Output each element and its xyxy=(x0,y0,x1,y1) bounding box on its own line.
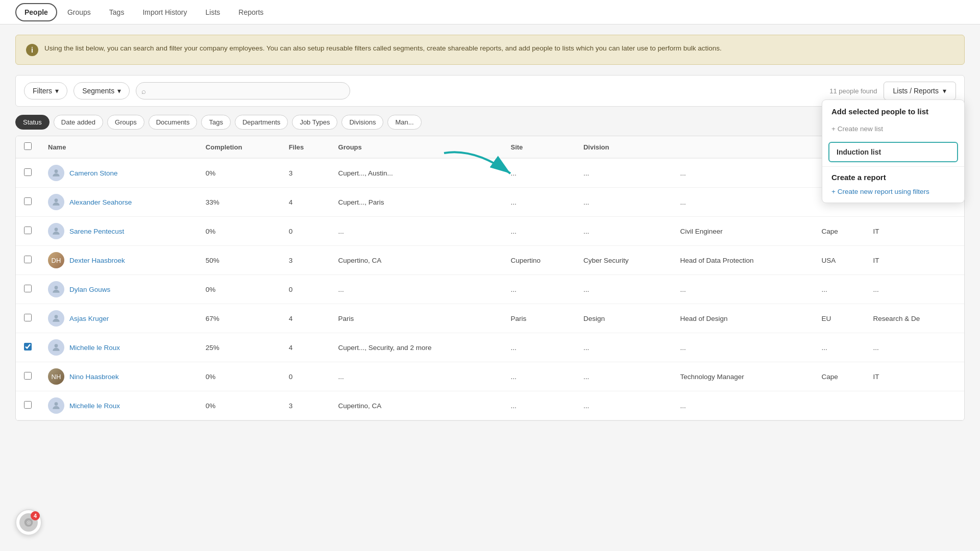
row-files: 3 xyxy=(281,391,330,420)
avatar xyxy=(48,165,64,181)
lists-reports-label: Lists / Reports xyxy=(893,87,939,95)
row-files: 4 xyxy=(281,333,330,362)
row-col7: ... xyxy=(672,391,814,420)
col-checkbox xyxy=(16,136,40,158)
row-checkbox-cell xyxy=(16,275,40,304)
notification-badge[interactable]: ◎ 4 xyxy=(15,509,42,536)
row-checkbox-cell xyxy=(16,391,40,420)
row-completion: 50% xyxy=(198,246,281,275)
row-col7: ... xyxy=(672,275,814,304)
row-groups: Cupert..., Security, and 2 more xyxy=(330,333,503,362)
row-col8: Cape xyxy=(814,362,865,391)
name-cell: Michelle le Roux xyxy=(48,339,189,356)
row-completion: 0% xyxy=(198,275,281,304)
tag-pill-documents[interactable]: Documents xyxy=(149,115,198,130)
row-division: ... xyxy=(575,275,672,304)
tag-pill-divisions[interactable]: Divisions xyxy=(341,115,383,130)
nav-item-lists[interactable]: Lists xyxy=(198,4,229,20)
row-checkbox[interactable] xyxy=(24,256,32,263)
tag-pill-departments[interactable]: Departments xyxy=(235,115,288,130)
row-name-cell: Asjas Kruger xyxy=(40,304,198,333)
nav-item-groups[interactable]: Groups xyxy=(59,4,99,20)
tag-pill-job-types[interactable]: Job Types xyxy=(292,115,337,130)
svg-point-6 xyxy=(55,402,58,406)
person-name[interactable]: Michelle le Roux xyxy=(69,402,120,410)
create-report-title: Create a report xyxy=(822,167,964,185)
row-checkbox-cell xyxy=(16,188,40,217)
row-name-cell: Sarene Pentecust xyxy=(40,217,198,246)
row-col7: Technology Manager xyxy=(672,362,814,391)
row-groups: Cupert..., Austin... xyxy=(330,158,503,188)
table-row: Asjas Kruger67%4ParisParisDesignHead of … xyxy=(16,304,964,333)
row-checkbox[interactable] xyxy=(24,168,32,176)
table-row: NHNino Haasbroek0%0.........Technology M… xyxy=(16,362,964,391)
row-checkbox[interactable] xyxy=(24,197,32,205)
notification-count: 4 xyxy=(31,511,40,520)
select-all-checkbox[interactable] xyxy=(24,142,32,150)
row-col8: ... xyxy=(814,333,865,362)
search-input[interactable] xyxy=(136,82,350,99)
lists-reports-button[interactable]: Lists / Reports ▾ xyxy=(884,82,956,100)
person-name[interactable]: Sarene Pentecust xyxy=(69,228,124,235)
lists-reports-chevron-icon: ▾ xyxy=(943,87,946,95)
row-checkbox[interactable] xyxy=(24,285,32,292)
row-division: ... xyxy=(575,158,672,188)
svg-point-5 xyxy=(55,344,58,347)
filters-label: Filters xyxy=(33,87,52,95)
row-name-cell: DHDexter Haasbroek xyxy=(40,246,198,275)
row-division: ... xyxy=(575,188,672,217)
info-banner: i Using the list below, you can search a… xyxy=(15,35,965,65)
name-cell: Dylan Gouws xyxy=(48,281,189,297)
row-division: ... xyxy=(575,333,672,362)
name-cell: NHNino Haasbroek xyxy=(48,368,189,385)
search-wrap: ⌕ xyxy=(136,82,350,99)
nav-item-reports[interactable]: Reports xyxy=(230,4,272,20)
tag-pill-date-added[interactable]: Date added xyxy=(54,115,103,130)
segments-button[interactable]: Segments ▾ xyxy=(74,82,130,99)
row-col8: USA xyxy=(814,246,865,275)
row-name-cell: Dylan Gouws xyxy=(40,275,198,304)
row-checkbox[interactable] xyxy=(24,343,32,350)
person-name[interactable]: Dylan Gouws xyxy=(69,286,110,293)
name-cell: Sarene Pentecust xyxy=(48,223,189,239)
row-name-cell: Alexander Seahorse xyxy=(40,188,198,217)
row-files: 3 xyxy=(281,246,330,275)
row-checkbox[interactable] xyxy=(24,314,32,321)
row-files: 4 xyxy=(281,304,330,333)
create-new-report-link[interactable]: + Create new report using filters xyxy=(822,185,964,203)
avatar xyxy=(48,397,64,414)
tag-pill-tags[interactable]: Tags xyxy=(201,115,230,130)
row-col7: Civil Engineer xyxy=(672,217,814,246)
col-extra1 xyxy=(672,136,814,158)
table-row: DHDexter Haasbroek50%3Cupertino, CACuper… xyxy=(16,246,964,275)
nav-item-tags[interactable]: Tags xyxy=(101,4,133,20)
row-checkbox[interactable] xyxy=(24,227,32,234)
table-row: Michelle le Roux0%3Cupertino, CA........… xyxy=(16,391,964,420)
person-name[interactable]: Nino Haasbroek xyxy=(69,373,119,381)
row-groups: Paris xyxy=(330,304,503,333)
person-name[interactable]: Cameron Stone xyxy=(69,169,118,177)
tag-pill-groups[interactable]: Groups xyxy=(107,115,144,130)
svg-point-0 xyxy=(55,169,58,173)
person-name[interactable]: Dexter Haasbroek xyxy=(69,257,125,264)
tag-pill-status[interactable]: Status xyxy=(15,115,50,130)
row-completion: 33% xyxy=(198,188,281,217)
create-new-list-link[interactable]: + Create new list xyxy=(822,120,964,138)
induction-list-item[interactable]: Induction list xyxy=(828,142,958,162)
name-cell: DHDexter Haasbroek xyxy=(48,252,189,268)
avatar: NH xyxy=(48,368,64,385)
row-checkbox-cell xyxy=(16,362,40,391)
person-name[interactable]: Alexander Seahorse xyxy=(69,198,132,206)
row-col8: EU xyxy=(814,304,865,333)
nav-item-import-history[interactable]: Import History xyxy=(134,4,195,20)
row-checkbox[interactable] xyxy=(24,372,32,380)
nav-item-people[interactable]: People xyxy=(15,3,57,21)
table-row: Michelle le Roux25%4Cupert..., Security,… xyxy=(16,333,964,362)
filters-button[interactable]: Filters ▾ xyxy=(24,82,67,99)
row-col7: Head of Data Protection xyxy=(672,246,814,275)
row-files: 0 xyxy=(281,362,330,391)
person-name[interactable]: Michelle le Roux xyxy=(69,344,120,352)
row-checkbox[interactable] xyxy=(24,401,32,409)
tag-pill-man[interactable]: Man... xyxy=(387,115,421,130)
person-name[interactable]: Asjas Kruger xyxy=(69,315,109,322)
